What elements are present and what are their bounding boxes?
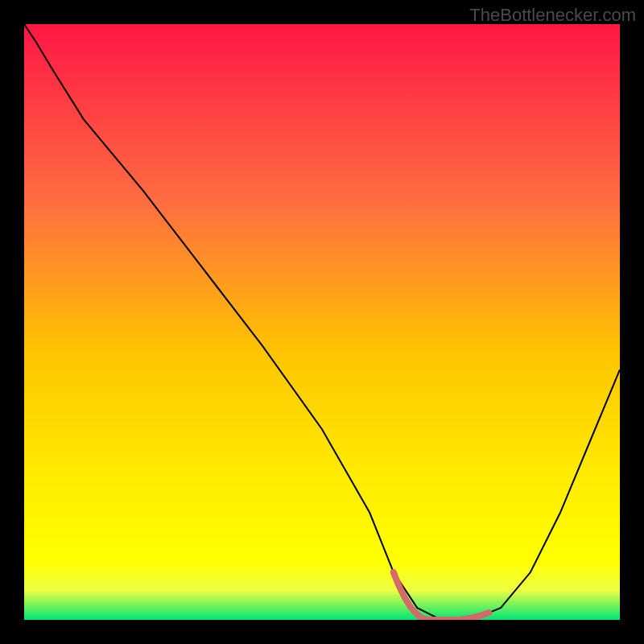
- watermark-text: TheBottlenecker.com: [469, 5, 636, 26]
- flat-region-marker: [394, 572, 489, 620]
- bottleneck-curve: [24, 24, 620, 620]
- chart-container: [24, 24, 620, 620]
- curve-layer: [24, 24, 620, 620]
